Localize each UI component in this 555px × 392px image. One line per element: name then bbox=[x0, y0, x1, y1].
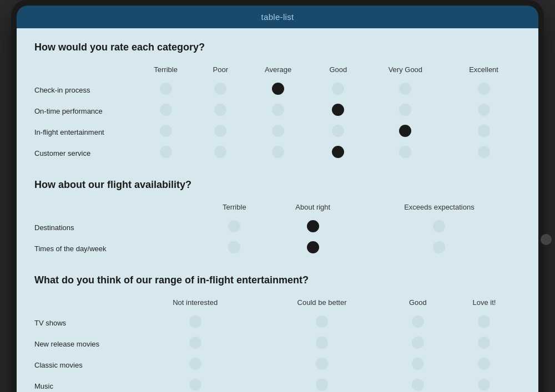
radio-circle[interactable] bbox=[307, 220, 319, 232]
radio-circle[interactable] bbox=[412, 379, 424, 391]
radio-circle[interactable] bbox=[307, 241, 319, 253]
radio-cell[interactable] bbox=[447, 121, 521, 142]
radio-circle[interactable] bbox=[399, 83, 411, 95]
radio-cell[interactable] bbox=[448, 354, 521, 375]
radio-cell[interactable] bbox=[358, 238, 521, 259]
radio-cell[interactable] bbox=[388, 354, 448, 375]
radio-cell[interactable] bbox=[364, 100, 447, 121]
radio-circle[interactable] bbox=[160, 104, 172, 116]
radio-circle[interactable] bbox=[228, 241, 240, 253]
radio-circle[interactable] bbox=[189, 337, 201, 349]
radio-circle[interactable] bbox=[399, 125, 411, 137]
radio-circle[interactable] bbox=[189, 358, 201, 370]
radio-cell[interactable] bbox=[134, 79, 197, 100]
radio-cell[interactable] bbox=[256, 312, 387, 333]
radio-cell[interactable] bbox=[447, 79, 521, 100]
radio-circle[interactable] bbox=[412, 315, 424, 328]
s2-col-aboutright: About right bbox=[268, 201, 358, 217]
radio-circle[interactable] bbox=[160, 146, 172, 158]
radio-cell[interactable] bbox=[268, 217, 358, 238]
radio-circle[interactable] bbox=[189, 315, 201, 328]
radio-circle[interactable] bbox=[478, 358, 490, 370]
radio-circle[interactable] bbox=[214, 104, 226, 116]
radio-circle[interactable] bbox=[316, 358, 328, 370]
radio-circle[interactable] bbox=[332, 104, 344, 116]
radio-cell[interactable] bbox=[256, 375, 387, 392]
radio-cell[interactable] bbox=[256, 354, 387, 375]
table-row: In-flight entertainment bbox=[34, 121, 521, 142]
radio-circle[interactable] bbox=[160, 83, 172, 95]
radio-circle[interactable] bbox=[214, 83, 226, 95]
radio-cell[interactable] bbox=[244, 142, 312, 164]
radio-circle[interactable] bbox=[478, 104, 490, 116]
row-label: In-flight entertainment bbox=[34, 121, 134, 142]
radio-circle[interactable] bbox=[214, 146, 226, 158]
radio-cell[interactable] bbox=[134, 333, 256, 354]
radio-circle[interactable] bbox=[332, 83, 344, 95]
radio-circle[interactable] bbox=[214, 125, 226, 137]
radio-cell[interactable] bbox=[134, 100, 197, 121]
radio-cell[interactable] bbox=[197, 79, 244, 100]
radio-cell[interactable] bbox=[268, 238, 358, 259]
radio-cell[interactable] bbox=[201, 217, 268, 238]
radio-cell[interactable] bbox=[201, 238, 268, 259]
radio-cell[interactable] bbox=[358, 217, 521, 238]
radio-circle[interactable] bbox=[272, 83, 284, 95]
radio-cell[interactable] bbox=[388, 333, 448, 354]
radio-circle[interactable] bbox=[272, 125, 284, 137]
radio-cell[interactable] bbox=[364, 121, 447, 142]
radio-circle[interactable] bbox=[412, 337, 424, 349]
radio-cell[interactable] bbox=[256, 333, 387, 354]
s3-col-good: Good bbox=[388, 296, 448, 312]
radio-cell[interactable] bbox=[448, 333, 521, 354]
radio-cell[interactable] bbox=[134, 312, 256, 333]
section3-title: What do you think of our range of in-fli… bbox=[34, 274, 521, 286]
row-label: New release movies bbox=[34, 333, 134, 354]
radio-cell[interactable] bbox=[312, 121, 364, 142]
radio-cell[interactable] bbox=[197, 100, 244, 121]
radio-cell[interactable] bbox=[312, 100, 364, 121]
radio-cell[interactable] bbox=[447, 142, 521, 164]
radio-cell[interactable] bbox=[312, 142, 364, 164]
radio-cell[interactable] bbox=[134, 121, 197, 142]
radio-cell[interactable] bbox=[197, 121, 244, 142]
radio-cell[interactable] bbox=[312, 79, 364, 100]
radio-cell[interactable] bbox=[388, 375, 448, 392]
radio-circle[interactable] bbox=[332, 146, 344, 158]
radio-circle[interactable] bbox=[478, 337, 490, 349]
radio-cell[interactable] bbox=[244, 121, 312, 142]
radio-circle[interactable] bbox=[316, 315, 328, 328]
radio-circle[interactable] bbox=[399, 146, 411, 158]
radio-cell[interactable] bbox=[134, 354, 256, 375]
radio-circle[interactable] bbox=[478, 315, 490, 328]
radio-cell[interactable] bbox=[244, 79, 312, 100]
radio-cell[interactable] bbox=[197, 142, 244, 164]
radio-circle[interactable] bbox=[478, 146, 490, 158]
radio-cell[interactable] bbox=[244, 100, 312, 121]
radio-cell[interactable] bbox=[448, 312, 521, 333]
radio-cell[interactable] bbox=[388, 312, 448, 333]
radio-cell[interactable] bbox=[448, 375, 521, 392]
radio-circle[interactable] bbox=[399, 104, 411, 116]
radio-circle[interactable] bbox=[189, 379, 201, 391]
radio-circle[interactable] bbox=[316, 379, 328, 391]
radio-circle[interactable] bbox=[478, 379, 490, 391]
radio-circle[interactable] bbox=[316, 337, 328, 349]
radio-cell[interactable] bbox=[364, 79, 447, 100]
radio-circle[interactable] bbox=[228, 220, 240, 232]
radio-circle[interactable] bbox=[433, 241, 445, 253]
radio-cell[interactable] bbox=[364, 142, 447, 164]
row-label: On-time performance bbox=[34, 100, 134, 121]
radio-circle[interactable] bbox=[433, 220, 445, 232]
radio-circle[interactable] bbox=[412, 358, 424, 370]
radio-circle[interactable] bbox=[272, 104, 284, 116]
radio-circle[interactable] bbox=[478, 125, 490, 137]
s3-col-notinterested: Not interested bbox=[134, 296, 256, 312]
radio-circle[interactable] bbox=[160, 125, 172, 137]
radio-circle[interactable] bbox=[332, 125, 344, 137]
radio-circle[interactable] bbox=[272, 146, 284, 158]
radio-circle[interactable] bbox=[478, 83, 490, 95]
radio-cell[interactable] bbox=[134, 375, 256, 392]
radio-cell[interactable] bbox=[134, 142, 197, 164]
radio-cell[interactable] bbox=[447, 100, 521, 121]
